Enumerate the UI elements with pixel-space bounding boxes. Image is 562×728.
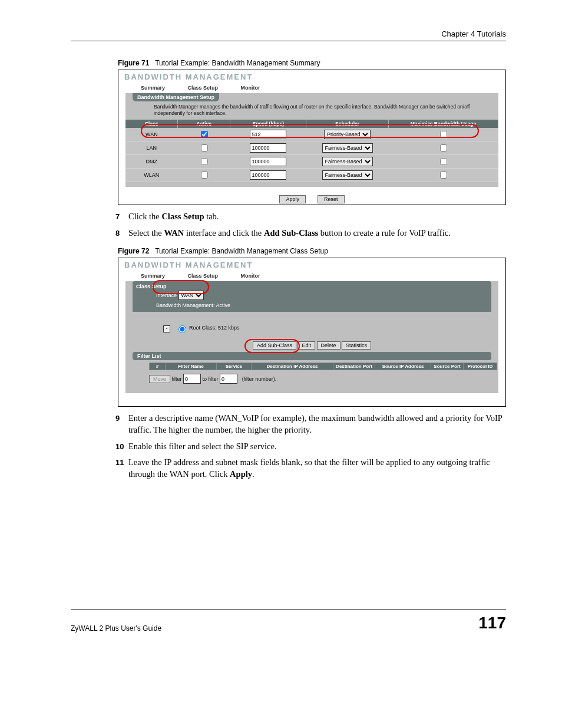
- figure71-caption: Figure 71 Tutorial Example: Bandwidth Ma…: [118, 59, 506, 67]
- interface-select[interactable]: WAN: [178, 291, 204, 300]
- cell-class: DMZ: [125, 155, 178, 169]
- step-8: 8 Select the WAN interface and click the…: [118, 228, 506, 239]
- move-filter-line: Move filter to filter (filter number).: [125, 373, 498, 385]
- figure72-screenshot: BANDWIDTH MANAGEMENT Summary Class Setup…: [118, 258, 506, 407]
- speed-input[interactable]: [250, 130, 286, 139]
- fh-service: Service: [217, 363, 252, 370]
- step-10: 10Enable this filter and select the SIP …: [118, 441, 506, 453]
- filter-from-input[interactable]: [183, 374, 201, 384]
- bw-title: BANDWIDTH MANAGEMENT: [118, 258, 505, 271]
- speed-input[interactable]: [250, 143, 286, 153]
- filter-word: filter: [172, 376, 182, 382]
- fh-sip: Source IP Address: [375, 363, 431, 370]
- filter-to-input[interactable]: [220, 374, 237, 384]
- table-row: WAN Priority-Based: [125, 128, 498, 141]
- tab-summary[interactable]: Summary: [130, 83, 176, 93]
- step-number: 11: [115, 457, 124, 468]
- fig71-section-head: Bandwidth Management Setup: [133, 93, 219, 101]
- tab-class-setup[interactable]: Class Setup: [177, 271, 229, 281]
- cell-class: WLAN: [125, 169, 178, 182]
- fig71-buttons: Apply Reset: [118, 192, 505, 205]
- root-class-label: Root Class: 512 kbps: [189, 325, 240, 331]
- step-number: 8: [115, 228, 120, 239]
- root-class-radio[interactable]: [178, 325, 186, 333]
- page-footer: ZyWALL 2 Plus User's Guide 117: [71, 610, 506, 633]
- hdr-speed: Speed (kbps): [230, 120, 306, 128]
- scheduler-select[interactable]: Priority-Based: [324, 130, 371, 139]
- cell-class: LAN: [125, 141, 178, 155]
- step-11: 11Leave the IP address and subnet mask f…: [118, 457, 506, 480]
- active-checkbox[interactable]: [201, 131, 208, 138]
- fig72-tabbar: Summary Class Setup Monitor: [118, 271, 505, 281]
- figure71-screenshot: BANDWIDTH MANAGEMENT Summary Class Setup…: [118, 70, 506, 205]
- delete-button[interactable]: Delete: [317, 341, 340, 350]
- fh-name: Filter Name: [166, 363, 217, 370]
- active-checkbox[interactable]: [201, 144, 208, 151]
- filter-header: # Filter Name Service Destination IP Add…: [150, 363, 497, 370]
- max-checkbox[interactable]: [440, 144, 447, 151]
- bw-table: Class Active Speed (kbps) Scheduler Maxi…: [125, 120, 498, 182]
- class-buttons: Add Sub-Class Edit Delete Statistics: [125, 337, 498, 352]
- max-checkbox[interactable]: [440, 131, 447, 138]
- statistics-button[interactable]: Statistics: [342, 341, 371, 350]
- filter-list-head: Filter List: [133, 352, 491, 360]
- tab-summary[interactable]: Summary: [130, 271, 176, 281]
- fh-sport: Source Port: [431, 363, 464, 370]
- steps-9-11: 9 Enter a descriptive name (WAN_VoIP for…: [118, 413, 506, 480]
- hdr-active: Active: [178, 120, 230, 128]
- tab-monitor[interactable]: Monitor: [230, 83, 271, 93]
- interface-label: Interface: [156, 292, 177, 298]
- speed-input[interactable]: [250, 170, 286, 180]
- figure71-caption-text: Tutorial Example: Bandwidth Management S…: [155, 59, 320, 67]
- apply-button[interactable]: Apply: [279, 195, 306, 203]
- tab-monitor[interactable]: Monitor: [230, 271, 271, 281]
- fig71-tabbar: Summary Class Setup Monitor: [118, 83, 505, 93]
- figure71-label: Figure 71: [118, 59, 149, 67]
- table-row: WLAN Fairness-Based: [125, 169, 498, 182]
- step-number: 9: [115, 413, 120, 424]
- add-sub-class-button[interactable]: Add Sub-Class: [253, 341, 296, 350]
- reset-button[interactable]: Reset: [318, 195, 345, 203]
- step-9: 9 Enter a descriptive name (WAN_VoIP for…: [118, 413, 506, 436]
- max-checkbox[interactable]: [440, 172, 447, 179]
- filter-number-label: (filter number).: [242, 376, 277, 382]
- fig72-section-head: Class Setup: [133, 284, 167, 289]
- collapse-icon[interactable]: -: [163, 325, 170, 332]
- bw-title: BANDWIDTH MANAGEMENT: [118, 70, 505, 83]
- fh-num: #: [150, 363, 166, 370]
- footer-guide: ZyWALL 2 Plus User's Guide: [71, 624, 161, 633]
- tab-class-setup[interactable]: Class Setup: [177, 83, 229, 93]
- bw-table-header: Class Active Speed (kbps) Scheduler Maxi…: [125, 120, 498, 128]
- fh-dip: Destination IP Address: [252, 363, 333, 370]
- root-class-row: - Root Class: 512 kbps: [140, 322, 498, 337]
- scheduler-select[interactable]: Fairness-Based: [322, 170, 373, 180]
- figure72-caption: Figure 72 Tutorial Example: Bandwidth Ma…: [118, 247, 506, 255]
- class-setup-header: Class Setup Interface WAN Bandwidth Mana…: [133, 281, 491, 312]
- figure72-label: Figure 72: [118, 247, 149, 255]
- interface-line: Interface WAN: [133, 289, 491, 301]
- fig71-desc: Bandwidth Manager manages the bandwidth …: [125, 104, 498, 120]
- cell-class: WAN: [125, 128, 178, 141]
- bm-status-line: Bandwidth Management: Active: [133, 301, 491, 309]
- hdr-scheduler: Scheduler: [306, 120, 388, 128]
- hdr-class: Class: [125, 120, 178, 128]
- speed-input[interactable]: [250, 157, 286, 166]
- steps-7-8: 7 Click the Class Setup tab. 8 Select th…: [118, 211, 506, 239]
- step-number: 7: [115, 212, 120, 222]
- to-filter-label: to filter: [203, 376, 219, 382]
- hdr-max: Maximize Bandwidth Usage: [388, 120, 498, 128]
- active-checkbox[interactable]: [201, 172, 208, 179]
- fh-dport: Destination Port: [333, 363, 375, 370]
- max-checkbox[interactable]: [440, 158, 447, 165]
- active-checkbox[interactable]: [201, 158, 208, 165]
- table-row: DMZ Fairness-Based: [125, 155, 498, 169]
- filter-table: # Filter Name Service Destination IP Add…: [149, 363, 497, 370]
- footer-page-number: 117: [478, 614, 506, 633]
- scheduler-select[interactable]: Fairness-Based: [322, 143, 373, 153]
- scheduler-select[interactable]: Fairness-Based: [322, 157, 373, 166]
- move-button[interactable]: Move: [149, 375, 170, 383]
- fig71-panel: Bandwidth Management Setup Bandwidth Man…: [125, 93, 498, 187]
- edit-button[interactable]: Edit: [297, 341, 315, 350]
- table-row: LAN Fairness-Based: [125, 141, 498, 155]
- chapter-header: Chapter 4 Tutorials: [71, 29, 506, 41]
